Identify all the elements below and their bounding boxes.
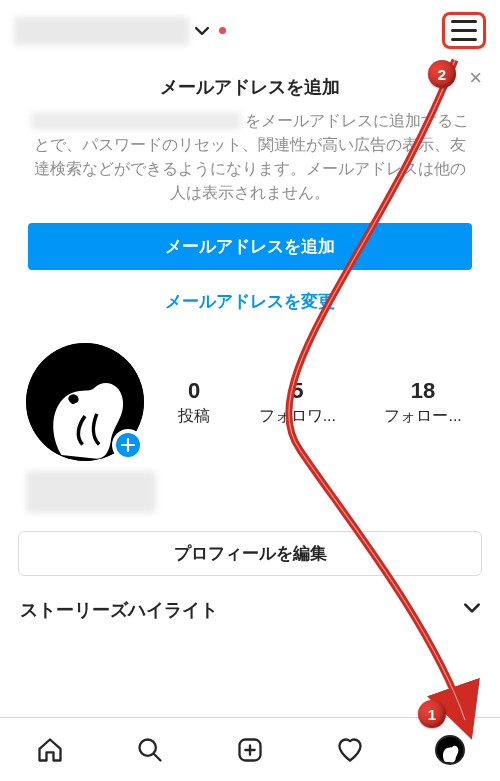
stat-count: 0 [178, 378, 210, 404]
stat-followers[interactable]: 5 フォロワ... [259, 378, 336, 427]
promo-body: をメールアドレスに追加することで、パスワードのリセット、関連性が高い広告の表示、… [28, 109, 472, 205]
stat-count: 18 [384, 378, 461, 404]
chevron-down-icon [195, 24, 209, 38]
stat-label: フォロー... [384, 406, 461, 427]
stat-label: 投稿 [178, 406, 210, 427]
email-redacted [31, 112, 241, 130]
annotation-marker-1: 1 [418, 700, 446, 728]
change-email-link[interactable]: メールアドレスを変更 [28, 290, 472, 313]
activity-tab[interactable] [335, 735, 365, 765]
profile-tab[interactable] [435, 735, 465, 765]
profile-row: 0 投稿 5 フォロワ... 18 フォロー... [0, 333, 500, 461]
add-story-badge[interactable] [112, 429, 144, 461]
notification-dot-icon [219, 27, 226, 34]
profile-header [0, 0, 500, 59]
svg-line-2 [154, 753, 161, 760]
avatar-wrap[interactable] [26, 343, 144, 461]
stat-count: 5 [259, 378, 336, 404]
menu-button[interactable] [451, 20, 477, 41]
marker-label: 1 [428, 706, 436, 723]
chevron-down-icon [464, 600, 480, 620]
highlights-title: ストーリーズハイライト [20, 598, 218, 622]
annotation-marker-2: 2 [428, 60, 456, 88]
edit-profile-button[interactable]: プロフィールを編集 [18, 531, 482, 576]
stat-following[interactable]: 18 フォロー... [384, 378, 461, 427]
stat-label: フォロワ... [259, 406, 336, 427]
display-name-redacted [26, 471, 156, 513]
create-tab[interactable] [235, 735, 265, 765]
menu-button-highlight [442, 12, 486, 49]
search-tab[interactable] [135, 735, 165, 765]
stats-row: 0 投稿 5 フォロワ... 18 フォロー... [154, 378, 486, 427]
close-icon[interactable]: × [469, 67, 482, 89]
home-tab[interactable] [35, 735, 65, 765]
username-switcher[interactable] [14, 17, 226, 45]
promo-title: メールアドレスを追加 [28, 75, 472, 99]
email-promo-card: × メールアドレスを追加 をメールアドレスに追加することで、パスワードのリセット… [0, 59, 500, 333]
story-highlights-header[interactable]: ストーリーズハイライト [0, 576, 500, 636]
username-redacted [14, 17, 189, 45]
stat-posts[interactable]: 0 投稿 [178, 378, 210, 427]
marker-label: 2 [438, 66, 446, 83]
add-email-button[interactable]: メールアドレスを追加 [28, 223, 472, 270]
display-name [26, 471, 486, 513]
